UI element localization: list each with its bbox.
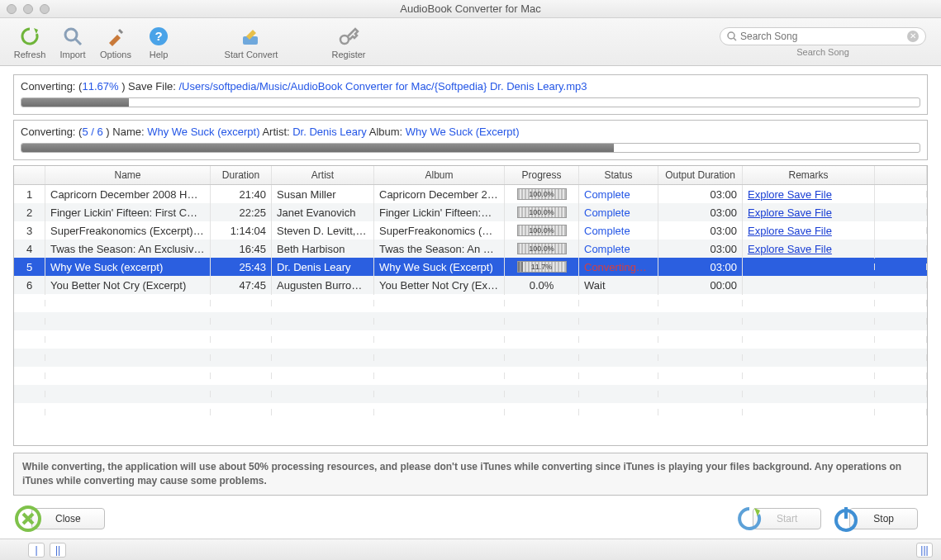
svg-point-0 [65, 29, 77, 40]
search-box[interactable]: ✕ [720, 27, 926, 45]
toolbar: Refresh Import Options ? Help Start Conv… [0, 18, 941, 66]
cell-name: Why We Suck (excerpt) [45, 258, 211, 277]
col-status[interactable]: Status [579, 166, 658, 184]
cell-progress: 100.0% [505, 239, 579, 259]
footer-tab-1[interactable]: | [28, 543, 45, 558]
help-label: Help [150, 50, 169, 59]
table-row[interactable]: 2Finger Lickin' Fifteen: First C…22:25Ja… [14, 203, 927, 221]
cell-artist: Susan Miller [272, 185, 374, 204]
table-row [14, 330, 927, 349]
conv2-artist-label: Artist: [259, 126, 292, 138]
col-album[interactable]: Album [374, 166, 505, 184]
options-label: Options [100, 50, 131, 59]
explore-save-file-link[interactable]: Explore Save File [748, 243, 832, 255]
cell-name: Capricorn December 2008 H… [45, 185, 211, 204]
file-progress-bar [21, 97, 920, 107]
cell-name: Finger Lickin' Fifteen: First C… [45, 203, 211, 222]
register-button[interactable]: Register [316, 25, 382, 59]
start-button-group: Start [734, 504, 821, 534]
cell-name: You Better Not Cry (Excerpt) [45, 276, 211, 295]
cell-status: Complete [579, 185, 658, 204]
overall-progress-bar [21, 143, 920, 153]
col-duration[interactable]: Duration [211, 166, 272, 184]
cell-progress: 100.0% [505, 185, 579, 204]
cell-out: 03:00 [658, 240, 743, 259]
cell-remarks: Explore Save File [743, 185, 875, 204]
clear-search-icon[interactable]: ✕ [907, 31, 919, 42]
import-label: Import [59, 50, 85, 59]
cell-status: Complete [579, 203, 658, 222]
cell-album: Why We Suck (Excerpt) [374, 258, 505, 277]
cell-status: Complete [579, 240, 658, 259]
cell-artist: Janet Evanovich [272, 203, 374, 222]
svg-point-6 [728, 32, 734, 39]
cell-idx: 2 [14, 203, 45, 222]
cell-album: Capricorn December 2… [374, 185, 505, 204]
conv2-artist: Dr. Denis Leary [292, 126, 367, 138]
cell-out: 03:00 [658, 203, 743, 222]
svg-line-1 [75, 39, 81, 45]
cell-dur: 25:43 [211, 258, 272, 277]
cell-artist: Dr. Denis Leary [272, 258, 374, 277]
cell-idx: 5 [14, 258, 45, 277]
table-row[interactable]: 3SuperFreakonomics (Excerpt)…1:14:04Stev… [14, 221, 927, 240]
table-header: Name Duration Artist Album Progress Stat… [14, 166, 927, 185]
cell-album: You Better Not Cry (Ex… [374, 276, 505, 295]
footer-strip: | || ||| [0, 539, 941, 560]
conv2-suffix1: ) Name: [103, 126, 147, 138]
footer-tab-right[interactable]: ||| [916, 543, 933, 558]
conv1-prefix: Converting: ( [21, 80, 82, 93]
stop-button-group: Stop [831, 504, 918, 534]
search-input[interactable] [740, 31, 907, 42]
col-artist[interactable]: Artist [272, 166, 374, 184]
close-icon [13, 504, 43, 534]
table-row [14, 367, 927, 385]
search-label: Search Song [796, 47, 849, 57]
cell-out: 03:00 [658, 185, 743, 204]
warning-text: While converting, the application will u… [13, 453, 928, 496]
start-convert-button[interactable]: Start Convert [218, 25, 284, 59]
col-output[interactable]: Output Duration [658, 166, 743, 184]
explore-save-file-link[interactable]: Explore Save File [748, 188, 832, 201]
footer-tab-2[interactable]: || [50, 543, 66, 558]
cell-remarks: Explore Save File [743, 221, 875, 240]
cell-artist: Augusten Burro… [272, 276, 374, 295]
explore-save-file-link[interactable]: Explore Save File [748, 225, 832, 237]
cell-idx: 6 [14, 276, 45, 295]
svg-line-7 [734, 38, 736, 40]
options-button[interactable]: Options [96, 25, 135, 59]
conv1-path: /Users/softpedia/Music/AudioBook Convert… [178, 80, 587, 93]
help-button[interactable]: ? Help [139, 25, 178, 59]
titlebar: AudioBook Converter for Mac [0, 0, 941, 18]
table-row[interactable]: 4Twas the Season: An Exclusiv…16:45Beth … [14, 240, 927, 258]
cell-idx: 4 [14, 240, 45, 259]
conv2-prefix: Converting: ( [21, 126, 82, 138]
col-idx[interactable] [14, 166, 45, 184]
conv2-album: Why We Suck (Excerpt) [406, 126, 520, 138]
col-remarks[interactable]: Remarks [743, 166, 875, 184]
tools-icon [104, 25, 127, 48]
register-label: Register [332, 50, 366, 59]
explore-save-file-link[interactable]: Explore Save File [748, 206, 832, 219]
table-row[interactable]: 6You Better Not Cry (Excerpt)47:45August… [14, 276, 927, 294]
cell-album: SuperFreakonomics (E… [374, 221, 505, 240]
cell-artist: Beth Harbison [272, 240, 374, 259]
import-button[interactable]: Import [53, 25, 93, 59]
table-row[interactable]: 1Capricorn December 2008 H…21:40Susan Mi… [14, 185, 927, 203]
col-name[interactable]: Name [45, 166, 211, 184]
table-row [14, 294, 927, 312]
window-title: AudioBook Converter for Mac [0, 2, 941, 15]
cell-status: Converting… [579, 258, 658, 277]
overall-progress-panel: Converting: (5 / 6 ) Name: Why We Suck (… [13, 120, 928, 160]
file-progress-panel: Converting: (11.67% ) Save File: /Users/… [13, 74, 928, 115]
refresh-button[interactable]: Refresh [10, 25, 50, 59]
start-icon [734, 504, 764, 534]
cell-idx: 3 [14, 221, 45, 240]
col-progress[interactable]: Progress [505, 166, 579, 184]
table-row[interactable]: 5Why We Suck (excerpt)25:43Dr. Denis Lea… [14, 258, 927, 276]
help-icon: ? [147, 25, 170, 48]
search-icon [727, 31, 737, 41]
close-button-group: Close [13, 504, 105, 534]
cell-album: Twas the Season: An E… [374, 240, 505, 259]
cell-dur: 16:45 [211, 240, 272, 259]
